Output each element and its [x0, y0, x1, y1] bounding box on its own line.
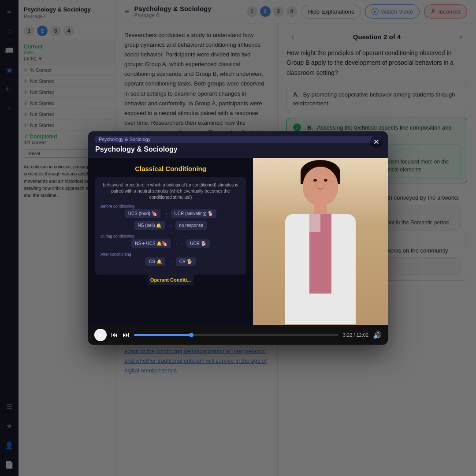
video-presenter-panel: [253, 158, 388, 325]
video-bottom-label: Operant Conditi...: [148, 275, 193, 285]
ns-box: NS (bell) 🔔: [134, 221, 165, 230]
presenter-face: [303, 167, 338, 205]
diagram-row-ucs: UCS (food) 🍖 → UCR (salivating) 🐕: [100, 209, 241, 218]
time-current: 3:22: [343, 332, 352, 338]
progress-fill: [134, 334, 191, 336]
progress-bar[interactable]: [134, 334, 338, 336]
video-diagram: behavioral procedure in which a biologic…: [95, 177, 246, 275]
video-header: Psychology & Sociology Psychology & Soci…: [88, 131, 388, 158]
video-title: Psychology & Sociology: [95, 145, 381, 153]
after-label: After conditioning: [100, 252, 241, 257]
ucr-during-box: UCR 🐕: [186, 239, 209, 248]
presenter-head-area: [303, 167, 338, 205]
diagram-during: During conditioning NS + UCS 🔔🍖 →→ UCR 🐕: [100, 234, 241, 248]
arrow-4: →: [168, 259, 173, 265]
video-modal: × Psychology & Sociology Psychology & So…: [88, 131, 388, 345]
arrow-2: →: [167, 223, 173, 229]
ns-ucs-box: NS + UCS 🔔🍖: [131, 239, 171, 248]
presenter-eyes: [303, 167, 338, 182]
video-time: 3:22 / 12:02: [343, 332, 368, 338]
modal-close-button[interactable]: ×: [370, 136, 383, 148]
diagram-before: Before conditioning UCS (food) 🍖 → UCR (…: [100, 204, 241, 230]
eye-left: [313, 179, 317, 182]
video-subject-tag: Psychology & Sociology: [95, 136, 381, 143]
modal-overlay[interactable]: × Psychology & Sociology Psychology & So…: [0, 0, 476, 476]
skip-forward-button[interactable]: ⏭: [123, 331, 130, 339]
diagram-after: After conditioning CS 🔔 → CR 🐕: [100, 252, 241, 266]
presenter-smile: [316, 185, 325, 190]
diagram-row-after: CS 🔔 → CR 🐕: [100, 257, 241, 266]
cs-box: CS 🔔: [145, 257, 165, 266]
progress-dot: [189, 333, 193, 337]
video-content: Classical Conditioning behavioral proced…: [88, 158, 388, 325]
presenter-bg: [253, 158, 388, 325]
video-topic-title: Classical Conditioning: [135, 165, 206, 172]
video-left-panel: Classical Conditioning behavioral proced…: [88, 158, 253, 325]
diagram-row-ns: NS (bell) 🔔 → no response: [100, 221, 241, 230]
during-label: During conditioning: [100, 234, 241, 238]
presenter-body: [285, 214, 356, 324]
arrow-1: →: [163, 211, 168, 217]
diagram-row-during: NS + UCS 🔔🍖 →→ UCR 🐕: [100, 239, 241, 248]
coat-right: [331, 214, 356, 311]
diagram-definition: behavioral procedure in which a biologic…: [100, 182, 241, 201]
video-controls: ▶ ⏮ ⏭ 3:22 / 12:02 🔊: [88, 325, 388, 345]
eye-right: [324, 179, 327, 182]
play-button[interactable]: ▶: [94, 329, 107, 341]
skip-back-button[interactable]: ⏮: [111, 331, 118, 339]
arrow-3: →→: [173, 241, 184, 247]
ucr-box: UCR (salivating) 🐕: [171, 209, 217, 218]
time-total: 12:02: [356, 332, 368, 338]
cr-box: CR 🐕: [176, 257, 196, 266]
volume-button[interactable]: 🔊: [373, 331, 382, 339]
before-label: Before conditioning: [100, 204, 241, 208]
lapel-left: [298, 214, 320, 232]
presenter-neck: [314, 205, 327, 214]
ucs-box: UCS (food) 🍖: [125, 209, 160, 218]
no-response-box: no response: [175, 221, 207, 230]
